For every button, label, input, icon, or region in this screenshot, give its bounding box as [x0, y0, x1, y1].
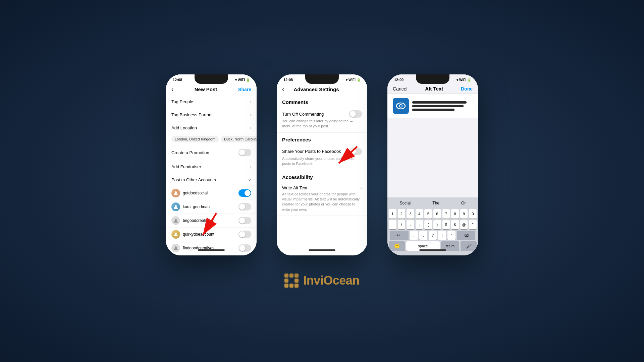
account-avatar-5	[171, 244, 180, 252]
account-name-4: quirkydoeaccount	[183, 232, 238, 237]
account-row-1: getdoedsocial	[166, 186, 257, 200]
phone-divider-1	[198, 249, 225, 251]
key-dollar[interactable]: $	[442, 220, 450, 229]
suggestion-2[interactable]: The	[430, 200, 441, 206]
key-question[interactable]: ?	[429, 231, 437, 240]
key-slash[interactable]: /	[398, 220, 406, 229]
list-item-promotion[interactable]: Create a Promotion	[166, 145, 257, 160]
adv-item-alt-text[interactable]: Write Alt Text › Alt text describes your…	[277, 182, 367, 216]
key-8[interactable]: 8	[451, 209, 459, 219]
account-avatar-4	[171, 230, 180, 239]
key-exclaim[interactable]: !	[438, 231, 446, 240]
key-apostrophe[interactable]: '	[447, 231, 455, 240]
account-row-2: kura_goodman	[166, 200, 257, 214]
alt-text-image-row	[387, 94, 478, 118]
nav-bar-1: ‹ New Post Share	[166, 84, 257, 95]
key-more[interactable]: #++	[390, 231, 409, 240]
eye-icon	[393, 98, 409, 114]
promotion-toggle[interactable]	[238, 149, 251, 156]
tag-business-label: Tag Business Partner	[171, 112, 213, 117]
account-row-3: begoodcreativeco	[166, 214, 257, 228]
nav-title-3: Alt Text	[425, 86, 443, 92]
key-4[interactable]: 4	[416, 209, 423, 219]
commenting-desc: You can change this later by going to th…	[282, 119, 362, 129]
mic-key[interactable]: 🎤	[461, 241, 477, 251]
share-facebook-label: Share Your Posts to Facebook	[282, 149, 341, 154]
list-item-tag-business[interactable]: Tag Business Partner ›	[166, 108, 257, 121]
time-1: 12:08	[173, 78, 182, 82]
share-facebook-toggle[interactable]	[349, 148, 362, 155]
key-semicolon[interactable]: ;	[416, 220, 423, 229]
alt-text-line-3	[412, 109, 454, 111]
key-at[interactable]: @	[460, 220, 468, 229]
phone-divider-3	[419, 249, 446, 251]
key-2[interactable]: 2	[398, 209, 406, 219]
logo-dot-3	[294, 274, 299, 278]
key-0[interactable]: 0	[469, 209, 477, 219]
suggestion-3[interactable]: Or	[459, 200, 468, 206]
phone-2: 12:08 ▾ WiFi 🔋 ‹ Advanced Settings	[277, 74, 367, 255]
emoji-key[interactable]: 🙂	[389, 241, 405, 251]
key-lparen[interactable]: (	[424, 220, 432, 229]
key-9[interactable]: 9	[460, 209, 468, 219]
account-toggle-4[interactable]	[238, 231, 251, 238]
status-icons-2: ▾ WiFi 🔋	[346, 78, 361, 82]
chevron-icon: ›	[250, 112, 251, 117]
location-tags: London, United Kingdom Duck, North Carol…	[166, 134, 257, 145]
back-button-2[interactable]: ‹	[282, 86, 284, 93]
backspace-key[interactable]: ⌫	[457, 231, 475, 240]
chevron-icon: ›	[250, 99, 251, 104]
key-quote[interactable]: "	[469, 220, 477, 229]
account-name-3: begoodcreativeco	[183, 218, 238, 223]
list-item-add-location[interactable]: Add Location ›	[166, 121, 257, 134]
chevron-icon: ∨	[248, 177, 251, 182]
key-6[interactable]: 6	[433, 209, 441, 219]
back-button-1[interactable]: ‹	[171, 86, 173, 93]
list-item-fundraiser[interactable]: Add Fundraiser ›	[166, 160, 257, 173]
key-5[interactable]: 5	[424, 209, 432, 219]
suggestion-1[interactable]: Social	[398, 200, 413, 206]
alt-text-image-section	[387, 94, 478, 118]
section-preferences: Preferences	[277, 133, 367, 144]
promotion-label: Create a Promotion	[171, 150, 209, 155]
key-period[interactable]: .	[410, 231, 418, 240]
share-button[interactable]: Share	[238, 87, 251, 92]
logo-dot-1	[284, 274, 288, 278]
key-rparen[interactable]: )	[433, 220, 441, 229]
account-toggle-3[interactable]	[238, 217, 251, 224]
screen-content-2: Comments Turn Off Commenting You can cha…	[277, 95, 367, 255]
cancel-button[interactable]: Cancel	[393, 86, 408, 92]
list-item-tag-people[interactable]: Tag People ›	[166, 95, 257, 108]
status-icons-3: ▾ WiFi 🔋	[457, 78, 471, 82]
done-button[interactable]: Done	[461, 86, 473, 92]
tag-people-label: Tag People	[171, 99, 193, 104]
key-comma[interactable]: ,	[419, 231, 427, 240]
key-amp[interactable]: &	[451, 220, 459, 229]
alt-text-desc: Alt text describes your photos for peopl…	[282, 192, 362, 213]
account-avatar-1	[171, 189, 180, 197]
keyboard: Social The Or 1 2 3 4 5 6 7	[387, 197, 478, 255]
phone-1: 12:08 ▾ WiFi 🔋 ‹ New Post Share	[166, 74, 257, 255]
adv-item-share-facebook: Share Your Posts to Facebook Automatical…	[277, 144, 367, 170]
account-toggle-2[interactable]	[238, 203, 251, 210]
alt-text-content	[412, 101, 473, 111]
logo-dot-6	[294, 279, 299, 283]
key-colon[interactable]: :	[407, 220, 414, 229]
key-1[interactable]: 1	[389, 209, 396, 219]
key-7[interactable]: 7	[442, 209, 450, 219]
phones-container: 12:08 ▾ WiFi 🔋 ‹ New Post Share	[166, 74, 478, 255]
account-toggle-1[interactable]	[238, 189, 251, 197]
logo-dot-9	[294, 284, 299, 288]
account-toggle-5[interactable]	[238, 244, 251, 252]
logo-area: InviOcean	[284, 274, 360, 288]
kbd-row-symbols1: - / : ; ( ) $ & @ "	[389, 220, 477, 229]
account-avatar-3	[171, 216, 180, 225]
key-dash[interactable]: -	[389, 220, 396, 229]
time-2: 12:08	[283, 78, 293, 82]
alt-text-line-2	[412, 105, 464, 107]
commenting-toggle[interactable]	[349, 110, 362, 118]
list-item-other-accounts[interactable]: Post to Other Accounts ∨	[166, 173, 257, 186]
key-3[interactable]: 3	[407, 209, 414, 219]
status-bar-2: 12:08 ▾ WiFi 🔋	[277, 74, 367, 84]
logo-dot-7	[284, 284, 288, 288]
